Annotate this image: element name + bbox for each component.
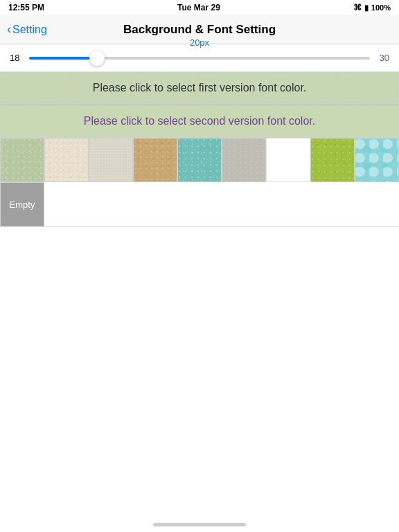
slider-fill — [29, 57, 97, 60]
thumb-linen[interactable] — [89, 138, 133, 182]
status-right: ⌘ ▮ 100% — [353, 3, 391, 12]
version2-section[interactable]: Please click to select second version fo… — [0, 105, 399, 137]
empty-label: Empty — [10, 200, 35, 210]
home-indicator — [153, 523, 246, 526]
status-time: 12:55 PM — [8, 3, 44, 12]
thumb-cream[interactable] — [44, 138, 89, 182]
thumb-green[interactable] — [0, 138, 44, 182]
battery-label: 100% — [371, 3, 391, 12]
status-bar: 12:55 PM Tue Mar 29 ⌘ ▮ 100% — [0, 0, 399, 15]
slider-wrapper: 20px — [29, 51, 370, 65]
battery-icon: ▮ — [364, 3, 369, 12]
version1-section[interactable]: Please click to select first version fon… — [0, 72, 399, 105]
version2-text: Please click to select second version fo… — [84, 115, 315, 127]
thumb-white[interactable] — [266, 138, 310, 182]
thumb-teal[interactable] — [177, 138, 222, 182]
thumb-lime[interactable] — [310, 138, 355, 182]
status-date: Tue Mar 29 — [177, 3, 220, 12]
font-size-slider-row: 18 20px 30 — [0, 44, 399, 72]
slider-min-label: 18 — [10, 53, 22, 63]
slider-thumb[interactable] — [89, 51, 105, 66]
thumb-empty[interactable]: Empty — [0, 182, 44, 227]
chevron-left-icon: ‹ — [7, 22, 11, 37]
wifi-icon: ⌘ — [353, 3, 362, 12]
back-button[interactable]: ‹ Setting — [7, 23, 47, 37]
version1-text: Please click to select first version fon… — [93, 82, 307, 94]
slider-current-value: 20px — [190, 37, 209, 48]
thumbnail-grid: Empty — [0, 137, 399, 227]
back-label: Setting — [12, 24, 47, 36]
slider-track — [29, 57, 370, 60]
thumb-gray[interactable] — [222, 138, 266, 182]
slider-max-label: 30 — [377, 53, 389, 63]
page-title: Background & Font Setting — [123, 23, 276, 37]
thumb-aqua[interactable] — [355, 138, 399, 182]
thumb-tan[interactable] — [133, 138, 177, 182]
